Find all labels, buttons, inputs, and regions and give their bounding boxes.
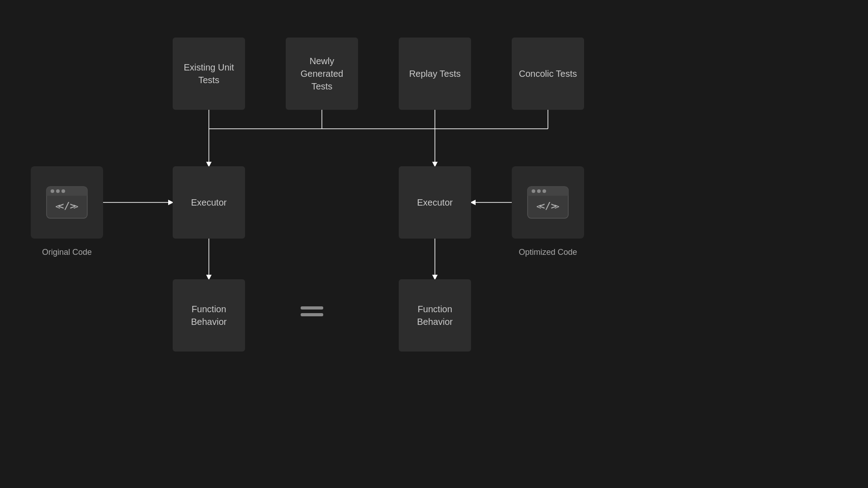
svg-text:<: < <box>537 202 542 211</box>
svg-point-30 <box>537 189 541 193</box>
executor-left-label: Executor <box>191 196 227 209</box>
box-newly-generated-tests: NewlyGeneratedTests <box>286 38 358 110</box>
optimized-code-icon: </> < > <box>525 184 571 221</box>
executor-right-label: Executor <box>417 196 453 209</box>
original-code-icon-box: </> < > <box>31 166 103 239</box>
existing-unit-tests-label: Existing Unit Tests <box>173 61 245 86</box>
box-concolic-tests: Concolic Tests <box>512 38 584 110</box>
svg-text:>: > <box>555 202 560 211</box>
equals-sign <box>301 306 323 316</box>
svg-point-21 <box>56 189 60 193</box>
newly-generated-tests-label: NewlyGeneratedTests <box>301 55 344 93</box>
box-executor-right: Executor <box>399 166 471 239</box>
svg-text:<: < <box>56 202 61 211</box>
original-code-icon: </> < > <box>44 184 90 221</box>
optimized-code-icon-box: </> < > <box>512 166 584 239</box>
box-function-behavior-right: FunctionBehavior <box>399 279 471 352</box>
equals-bar-bottom <box>301 313 323 316</box>
box-existing-unit-tests: Existing Unit Tests <box>173 38 245 110</box>
diagram-container: Existing Unit Tests NewlyGeneratedTests … <box>0 0 868 488</box>
svg-point-29 <box>532 189 535 193</box>
equals-bar-top <box>301 306 323 310</box>
svg-point-22 <box>61 189 65 193</box>
box-function-behavior-left: FunctionBehavior <box>173 279 245 352</box>
concolic-tests-label: Concolic Tests <box>519 67 577 80</box>
box-replay-tests: Replay Tests <box>399 38 471 110</box>
original-code-label: Original Code <box>31 248 103 257</box>
svg-text:>: > <box>74 202 79 211</box>
svg-point-31 <box>542 189 546 193</box>
function-behavior-right-label: FunctionBehavior <box>417 303 453 328</box>
replay-tests-label: Replay Tests <box>409 67 461 80</box>
svg-point-20 <box>51 189 54 193</box>
optimized-code-label: Optimized Code <box>512 248 584 257</box>
function-behavior-left-label: FunctionBehavior <box>191 303 227 328</box>
box-executor-left: Executor <box>173 166 245 239</box>
